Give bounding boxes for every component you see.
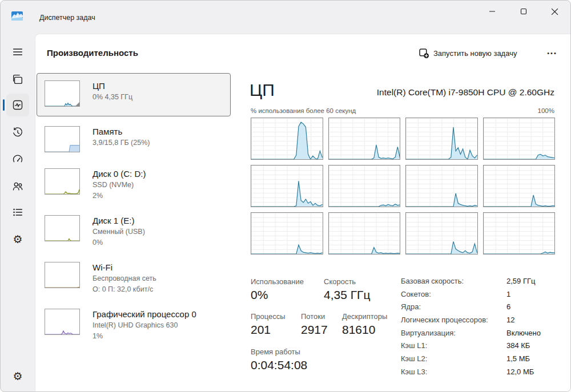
perf-item-subtitle: 3,9/15,8 ГБ (25%): [93, 138, 150, 148]
close-button[interactable]: [541, 1, 568, 22]
perf-item-memory[interactable]: Память 3,9/15,8 ГБ (25%): [37, 119, 231, 159]
sidebar-item-users[interactable]: [6, 175, 29, 197]
perf-item-subtitle: Беспроводная сеть: [93, 273, 156, 284]
stat-value: 0:04:54:08: [251, 357, 307, 374]
spec-value: 12,0 МБ: [506, 367, 534, 375]
stat-value: 4,35 ГГц: [324, 286, 370, 304]
run-new-task-button[interactable]: Запустить новую задачу: [419, 45, 517, 62]
titlebar: Диспетчер задач: [1, 1, 570, 34]
users-icon: [11, 180, 24, 192]
spec-value: 384 КБ: [506, 341, 530, 349]
spec-row-l3-cache: Кэш L3: 12,0 МБ: [401, 367, 561, 375]
disk0-mini-chart: [45, 168, 80, 195]
cpu-core-chart-2: [328, 118, 401, 160]
gpu-mini-chart: [45, 309, 80, 335]
stat-handles: Дескрипторы 81610: [342, 312, 387, 338]
spec-row-sockets: Сокетов: 1: [401, 290, 561, 297]
sidebar-item-details[interactable]: [6, 201, 29, 224]
cpu-core-chart-11: [405, 212, 478, 254]
settings-button[interactable]: ⚙: [6, 365, 29, 387]
spec-value: 2,59 ГГц: [506, 277, 535, 284]
services-icon: ⚙: [13, 234, 22, 245]
graph-caption: % использования более 60 секунд: [251, 107, 356, 114]
stat-value: 0%: [251, 286, 304, 304]
cpu-core-chart-12: [483, 212, 556, 254]
cpu-core-chart-4: [483, 118, 556, 160]
cpu-detail-title: ЦП: [250, 80, 275, 100]
app-icon: [11, 11, 23, 21]
spec-row-base-speed: Базовая скорость: 2,59 ГГц: [401, 277, 561, 284]
window-title: Диспетчер задач: [39, 14, 95, 22]
perf-item-title: Графический процессор 0: [93, 309, 196, 320]
sidebar-item-processes[interactable]: [6, 68, 29, 91]
perf-item-title: Память: [93, 126, 150, 138]
perf-item-title: ЦП: [93, 80, 132, 92]
stat-value: 201: [251, 321, 286, 338]
spec-label: Ядра:: [401, 302, 506, 310]
stat-usage: Использование 0%: [251, 277, 304, 304]
sidebar: ⚙ ⚙: [1, 34, 35, 392]
stat-speed: Скорость 4,35 ГГц: [324, 277, 370, 304]
sidebar-item-app-history[interactable]: [6, 121, 29, 144]
graph-max-label: 100%: [538, 107, 554, 114]
minimize-icon: [489, 8, 496, 15]
perf-item-subtitle: Сменный (USB): [93, 227, 145, 237]
disk1-mini-chart: [45, 215, 80, 241]
more-options-button[interactable]: •••: [542, 45, 562, 62]
cpu-core-chart-6: [328, 165, 401, 207]
cpu-core-chart-7: [405, 165, 478, 207]
stat-label: Потоки: [301, 312, 328, 321]
spec-row-l2-cache: Кэш L2: 1,5 МБ: [401, 354, 561, 362]
spec-row-l1-cache: Кэш L1: 384 КБ: [401, 341, 561, 349]
cpu-core-chart-10: [328, 212, 401, 254]
sidebar-item-services[interactable]: ⚙: [6, 228, 29, 250]
cpu-core-chart-5: [251, 165, 323, 207]
close-icon: [551, 8, 558, 15]
perf-item-subtitle: 0% 4,35 ГГц: [93, 92, 132, 103]
stat-value: 2917: [301, 321, 328, 338]
maximize-icon: [520, 8, 527, 15]
gauge-icon: [11, 153, 24, 165]
task-manager-window: Диспетчер задач: [0, 0, 571, 392]
perf-item-subtitle2: О: 0 П: 32,0 кбит/с: [93, 284, 156, 295]
spec-label: Сокетов:: [401, 290, 506, 297]
perf-item-disk0[interactable]: Диск 0 (C: D:) SSD (NVMe) 2%: [37, 161, 231, 207]
spec-value: 1: [506, 290, 510, 297]
perf-item-cpu[interactable]: ЦП 0% 4,35 ГГц: [37, 73, 231, 116]
perf-item-disk1[interactable]: Диск 1 (E:) Сменный (USB) 0%: [37, 208, 231, 253]
page-title: Производительность: [47, 48, 138, 58]
perf-item-wifi[interactable]: Wi-Fi Беспроводная сеть О: 0 П: 32,0 кби…: [37, 254, 231, 301]
spec-value: 1,5 МБ: [506, 354, 530, 362]
perf-item-title: Диск 0 (C: D:): [93, 168, 146, 180]
perf-item-subtitle2: 2%: [93, 191, 146, 201]
sidebar-item-startup-apps[interactable]: [6, 148, 29, 171]
perf-item-gpu[interactable]: Графический процессор 0 Intel(R) UHD Gra…: [37, 301, 231, 347]
perf-item-subtitle2: 1%: [93, 331, 196, 342]
selected-accent-pill: [3, 99, 5, 111]
perf-item-title: Wi-Fi: [93, 262, 156, 273]
stat-label: Скорость: [324, 277, 370, 286]
spec-label: Базовая скорость:: [401, 277, 506, 284]
main-panel: Производительность Запустить новую задач…: [35, 34, 571, 392]
new-task-icon: [419, 49, 429, 58]
cpu-core-usage-grid: [251, 118, 555, 254]
spec-value: Включено: [506, 329, 541, 336]
history-icon: [11, 126, 24, 139]
spec-label: Кэш L2:: [401, 354, 506, 362]
stat-label: Использование: [251, 277, 304, 286]
maximize-button[interactable]: [510, 1, 537, 22]
minimize-button[interactable]: [479, 1, 505, 22]
spec-value: 6: [506, 302, 510, 310]
processes-icon: [11, 73, 24, 86]
cpu-spec-list: Базовая скорость: 2,59 ГГц Сокетов: 1 Яд…: [401, 277, 561, 381]
spec-row-logical-processors: Логических процессоров: 12: [401, 316, 561, 323]
spec-label: Кэш L3:: [401, 367, 506, 375]
sidebar-item-performance[interactable]: [6, 94, 29, 116]
performance-icon: [11, 99, 24, 111]
stat-processes: Процессы 201: [251, 312, 286, 338]
menu-toggle-button[interactable]: [6, 41, 29, 63]
memory-mini-chart: [45, 126, 80, 152]
spec-label: Логических процессоров:: [401, 316, 506, 323]
cpu-core-chart-1: [251, 118, 323, 160]
stat-threads: Потоки 2917: [301, 312, 328, 338]
